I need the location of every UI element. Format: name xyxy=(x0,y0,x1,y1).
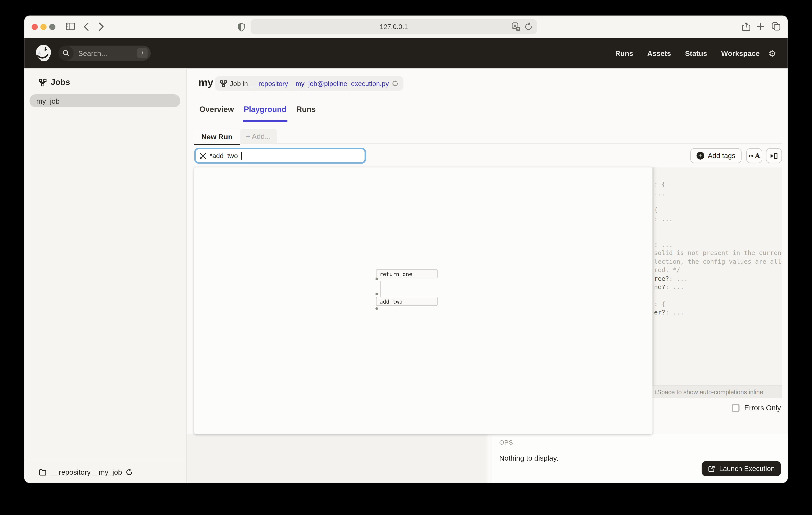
op-selector-row: *add_two Add tags ••A xyxy=(194,147,782,164)
tab-runs[interactable]: Runs xyxy=(295,102,317,120)
sidebar-footer: __repository__my_job xyxy=(24,461,186,483)
text-cursor xyxy=(241,152,242,159)
autocomplete-config-button[interactable]: ••A xyxy=(746,148,762,163)
input-port xyxy=(376,293,378,295)
sidebar: Jobs my_job __repository__my_job xyxy=(24,69,187,483)
zoom-window-button[interactable] xyxy=(49,24,55,30)
ops-panel-title: OPS xyxy=(499,439,513,446)
config-line: { xyxy=(654,206,658,214)
content: Jobs my_job __repository__my_job m xyxy=(24,69,788,483)
dagster-logo-icon[interactable] xyxy=(35,44,53,62)
translate-icon[interactable]: A xyxy=(512,22,520,31)
top-nav: Runs Assets Status Workspace xyxy=(615,38,760,68)
nav-status[interactable]: Status xyxy=(685,49,707,57)
search-placeholder: Search... xyxy=(78,49,137,57)
tab-playground[interactable]: Playground xyxy=(243,102,287,122)
search-icon xyxy=(58,46,74,61)
output-port xyxy=(376,278,378,280)
tab-overview[interactable]: Overview xyxy=(198,102,235,120)
jobs-icon xyxy=(39,79,47,86)
toggle-second-panel-button[interactable] xyxy=(766,148,782,163)
output-port xyxy=(376,307,378,310)
privacy-shield-icon[interactable] xyxy=(238,23,245,32)
run-tabs-divider xyxy=(194,143,782,144)
reload-icon[interactable] xyxy=(524,22,533,31)
graph-edge xyxy=(380,281,381,298)
job-tabs: Overview Playground Runs xyxy=(198,102,317,120)
config-line: : ... xyxy=(654,241,673,248)
new-tab-icon[interactable] xyxy=(757,23,764,30)
sidebar-item-my-job[interactable]: my_job xyxy=(29,94,180,107)
config-editor-hint-bar: +Space to show auto-completions inline. xyxy=(652,385,782,398)
errors-only-checkbox[interactable] xyxy=(732,404,740,411)
nav-workspace[interactable]: Workspace xyxy=(721,49,760,57)
nav-assets[interactable]: Assets xyxy=(647,49,671,57)
settings-gear-icon[interactable]: ⚙ xyxy=(768,38,776,68)
job-origin-badge: Job in __repository__my_job@pipeline_exe… xyxy=(215,76,403,91)
autocomplete-hint: +Space to show auto-completions inline. xyxy=(654,388,765,396)
errors-only-control: Errors Only xyxy=(732,404,781,412)
browser-chrome: 127.0.0.1 A xyxy=(24,16,788,38)
close-window-button[interactable] xyxy=(32,24,38,30)
nav-runs[interactable]: Runs xyxy=(615,49,633,57)
config-line: solid is not present in the current xyxy=(654,249,782,256)
op-selector-icon xyxy=(199,152,207,159)
config-line: lection, the config values are allowed xyxy=(654,258,782,265)
badge-prefix: Job in xyxy=(230,80,248,87)
sidebar-header: Jobs xyxy=(39,78,70,87)
sidebar-item-label: my_job xyxy=(36,97,60,105)
add-tags-button[interactable]: Add tags xyxy=(690,148,742,163)
tab-new-run[interactable]: New Run xyxy=(194,129,240,145)
ops-panel-empty-text: Nothing to display. xyxy=(499,454,558,462)
url-text: 127.0.0.1 xyxy=(251,19,537,34)
minimize-window-button[interactable] xyxy=(40,24,47,30)
config-line: er?: ... xyxy=(654,309,684,316)
errors-only-label: Errors Only xyxy=(744,404,781,412)
config-line: red. */ xyxy=(654,266,680,273)
sidebar-toggle-icon[interactable] xyxy=(66,22,75,30)
back-button[interactable] xyxy=(83,22,89,31)
bottom-left-panel xyxy=(187,434,488,483)
config-line: : { xyxy=(654,181,665,188)
config-line: : ... xyxy=(654,215,673,223)
graph-node-add-two[interactable]: add_two xyxy=(376,297,438,306)
main-area: my_job Job in __repository__my_job@pipel… xyxy=(187,69,788,483)
url-bar[interactable]: 127.0.0.1 A xyxy=(251,19,537,34)
folder-icon xyxy=(39,469,47,476)
run-config-tabs: New Run + Add... xyxy=(194,129,782,144)
search-shortcut-badge: / xyxy=(137,48,148,58)
repository-name[interactable]: __repository__my_job xyxy=(51,468,122,476)
config-editor[interactable]: : { ... { : ... : ... solid is not prese… xyxy=(652,167,782,398)
config-line: ne?: ... xyxy=(654,283,684,291)
launch-execution-button[interactable]: Launch Execution xyxy=(701,461,781,476)
badge-reload-icon[interactable] xyxy=(392,80,398,86)
add-config-tab-button[interactable]: + Add... xyxy=(240,129,277,143)
app-header: Search... / Runs Assets Status Workspace… xyxy=(24,38,788,68)
plus-circle-icon xyxy=(696,152,704,160)
forward-button[interactable] xyxy=(98,22,104,31)
config-line: ree?: ... xyxy=(654,275,688,282)
op-selector-value: *add_two xyxy=(210,152,238,160)
launch-icon xyxy=(708,465,715,472)
browser-window: 127.0.0.1 A xyxy=(24,16,788,483)
global-search-input[interactable]: Search... / xyxy=(58,46,150,61)
ops-panel: OPS Nothing to display. Launch Execution xyxy=(492,434,788,483)
graph-node-return-one[interactable]: return_one xyxy=(376,269,438,278)
share-icon[interactable] xyxy=(742,22,750,32)
panel-toggle-icon xyxy=(770,152,778,159)
job-icon xyxy=(220,80,227,87)
op-selector-input[interactable]: *add_two xyxy=(194,147,366,164)
config-line: ... xyxy=(654,190,665,197)
config-line: : { xyxy=(654,301,665,308)
op-graph-panel[interactable]: return_one add_two xyxy=(194,167,652,434)
badge-repo-link[interactable]: __repository__my_job@pipeline_execution.… xyxy=(251,80,389,87)
tab-overview-icon[interactable] xyxy=(772,22,780,30)
sidebar-title: Jobs xyxy=(51,78,70,87)
reload-repository-icon[interactable] xyxy=(126,469,133,476)
screen: 127.0.0.1 A xyxy=(0,0,812,515)
